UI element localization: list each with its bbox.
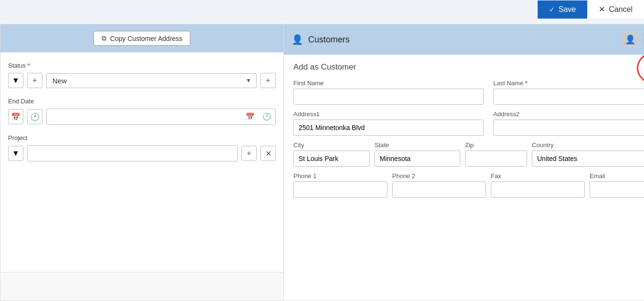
end-date-row: 📅 🕐 📅 🕐 bbox=[8, 109, 276, 125]
project-input[interactable] bbox=[27, 145, 238, 161]
save-label: Save bbox=[559, 5, 576, 14]
avatar: 👤 bbox=[622, 31, 639, 48]
state-input[interactable] bbox=[374, 150, 460, 167]
fax-input[interactable] bbox=[491, 181, 585, 198]
status-add-button[interactable]: + bbox=[27, 73, 42, 88]
phone2-label: Phone 2 bbox=[392, 172, 486, 180]
status-dropdown-left[interactable]: ▼ bbox=[8, 73, 23, 88]
phone1-label: Phone 1 bbox=[293, 172, 387, 180]
cancel-button[interactable]: ✕ Cancel bbox=[587, 0, 644, 19]
zip-input[interactable] bbox=[465, 150, 527, 167]
status-value: New bbox=[47, 74, 241, 88]
fax-field: Fax bbox=[491, 172, 585, 198]
country-input[interactable] bbox=[532, 150, 644, 167]
calendar-icon-right[interactable]: 📅 bbox=[242, 112, 259, 121]
status-select[interactable]: New ▼ bbox=[46, 73, 257, 88]
phone2-field: Phone 2 bbox=[392, 172, 486, 198]
city-label: City bbox=[293, 141, 370, 149]
cancel-label: Cancel bbox=[609, 5, 633, 14]
customers-title: 👤 Customers bbox=[291, 34, 350, 45]
first-name-label: First Name bbox=[293, 80, 484, 87]
right-panel: 👤 Customers 👤 🔍 Find Add as Customer Fir… bbox=[284, 24, 644, 301]
save-button[interactable]: ✓ Save bbox=[538, 0, 587, 19]
email-field: Email bbox=[590, 172, 644, 198]
zip-field: Zip bbox=[465, 141, 527, 167]
address2-input[interactable] bbox=[493, 120, 644, 136]
x-icon: ✕ bbox=[599, 5, 605, 14]
state-field: State bbox=[374, 141, 460, 167]
end-date-label: End Date bbox=[8, 98, 276, 105]
chevron-down-icon-project: ▼ bbox=[12, 149, 20, 158]
address2-label: Address2 bbox=[493, 110, 644, 118]
status-row: ▼ + New ▼ + bbox=[8, 73, 276, 88]
address1-field: Address1 bbox=[293, 110, 484, 136]
left-panel-header: ⧉ Copy Customer Address bbox=[0, 24, 283, 52]
country-label: Country bbox=[532, 141, 644, 149]
country-field: Country bbox=[532, 141, 644, 167]
phone1-input[interactable] bbox=[293, 181, 387, 198]
clock-icon-left[interactable]: 🕐 bbox=[27, 109, 42, 124]
project-dropdown[interactable]: ▼ bbox=[8, 146, 23, 161]
phone1-field: Phone 1 bbox=[293, 172, 387, 198]
left-panel-bottom bbox=[0, 272, 283, 301]
last-name-label: Last Name * bbox=[493, 80, 644, 87]
address-row: Address1 Address2 bbox=[293, 110, 644, 136]
right-panel-content: Add as Customer First Name Last Name * bbox=[284, 55, 644, 205]
check-icon: ✓ bbox=[549, 6, 555, 13]
status-required: * bbox=[27, 62, 30, 69]
add-customer-title: Add as Customer bbox=[293, 62, 644, 72]
copy-customer-address-button[interactable]: ⧉ Copy Customer Address bbox=[93, 31, 191, 46]
right-panel-header: 👤 Customers 👤 🔍 Find bbox=[284, 24, 644, 55]
end-date-input[interactable] bbox=[47, 113, 242, 120]
address2-field: Address2 bbox=[493, 110, 644, 136]
first-name-field: First Name bbox=[293, 80, 484, 105]
state-label: State bbox=[374, 141, 460, 149]
last-name-required: * bbox=[525, 80, 528, 87]
top-bar: ✓ Save ✕ Cancel bbox=[538, 0, 644, 19]
person-icon: 👤 bbox=[291, 34, 303, 45]
email-input[interactable] bbox=[590, 181, 644, 198]
copy-address-label: Copy Customer Address bbox=[110, 35, 183, 42]
phone2-input[interactable] bbox=[392, 181, 486, 198]
city-input[interactable] bbox=[293, 150, 370, 167]
phone-row: Phone 1 Phone 2 Fax Email bbox=[293, 172, 644, 198]
first-name-input[interactable] bbox=[293, 89, 484, 105]
email-label: Email bbox=[590, 172, 644, 180]
project-clear-button[interactable]: ✕ bbox=[260, 146, 276, 161]
left-panel: ⧉ Copy Customer Address Status * ▼ + New… bbox=[0, 24, 284, 301]
status-label: Status * bbox=[8, 62, 276, 69]
fax-label: Fax bbox=[491, 172, 585, 180]
clock-icon-right[interactable]: 🕐 bbox=[259, 112, 275, 121]
chevron-down-icon: ▼ bbox=[12, 76, 20, 85]
city-field: City bbox=[293, 141, 370, 167]
address1-input[interactable] bbox=[293, 120, 484, 136]
address1-label: Address1 bbox=[293, 110, 484, 118]
name-row: First Name Last Name * bbox=[293, 80, 644, 105]
copy-icon: ⧉ bbox=[102, 34, 106, 42]
last-name-input[interactable] bbox=[493, 89, 644, 105]
city-state-row: City State Zip Country bbox=[293, 141, 644, 167]
end-date-input-wrapper: 📅 🕐 bbox=[46, 109, 276, 125]
project-add-button[interactable]: + bbox=[241, 146, 257, 161]
status-dropdown-arrow[interactable]: ▼ bbox=[241, 77, 256, 84]
status-plus-button[interactable]: + bbox=[260, 73, 276, 88]
zip-label: Zip bbox=[465, 141, 527, 149]
calendar-icon-left[interactable]: 📅 bbox=[8, 109, 23, 124]
customers-label: Customers bbox=[308, 35, 350, 45]
last-name-field: Last Name * bbox=[493, 80, 644, 105]
project-row: ▼ + ✕ bbox=[8, 145, 276, 161]
project-label: Project bbox=[8, 134, 276, 141]
main-container: ⧉ Copy Customer Address Status * ▼ + New… bbox=[0, 24, 644, 301]
left-panel-content: Status * ▼ + New ▼ + End Date bbox=[0, 52, 283, 181]
